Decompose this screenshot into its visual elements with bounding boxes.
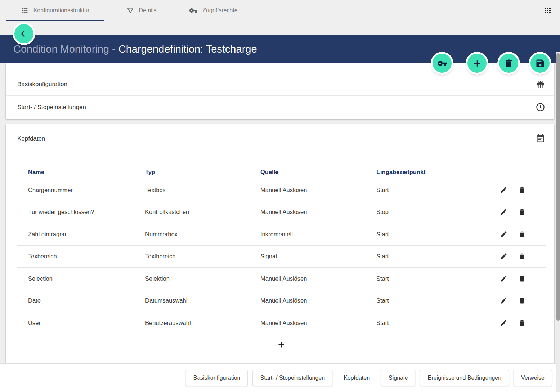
bottom-navigation-bar: Basiskonfiguration Start- / Stopeinstell… [0, 363, 560, 392]
add-button[interactable] [467, 54, 487, 73]
tab-konfigurationsstruktur[interactable]: Konfigurationsstruktur [6, 0, 104, 21]
tab-label: Zugriffsrechte [202, 7, 238, 14]
column-header-name: Name [28, 169, 145, 175]
kopfdaten-table-body: Chargennummer Textbox Manuell Auslösen S… [17, 179, 546, 334]
cell-eingabezeitpunkt: Start [376, 187, 478, 193]
cell-quelle: Manuell Auslösen [260, 275, 376, 282]
active-tab-underline [6, 20, 104, 21]
grid-icon [21, 6, 29, 14]
add-row-button[interactable] [17, 334, 546, 356]
kopfdaten-card: Kopfdaten Name Typ Quelle Eingabezeitpun… [6, 124, 554, 363]
cell-name: Chargennummer [28, 187, 145, 193]
cell-typ: Datumsauswahl [145, 297, 260, 304]
edit-row-button[interactable] [500, 253, 507, 260]
cell-name: Tür wieder geschlossen? [28, 209, 145, 215]
section-label: Start- / Stopeinstellungen [17, 104, 536, 111]
page-title-main: Chargendefinition: Testcharge [118, 43, 257, 55]
table-row[interactable]: Selection Selektion Manuell Auslösen Sta… [17, 268, 546, 290]
edit-row-button[interactable] [500, 319, 507, 327]
section-start-stopeinstellungen[interactable]: Start- / Stopeinstellungen [6, 95, 554, 119]
add-icon [277, 340, 286, 349]
save-button[interactable] [530, 54, 550, 73]
column-header-eingabezeitpunkt: Eingabezeitpunkt [376, 169, 478, 175]
table-row[interactable]: Zahl eintragen Nummerbox Inkrementell St… [17, 223, 546, 246]
bottom-button-verweise[interactable]: Verweise [514, 370, 552, 386]
cell-quelle: Manuell Auslösen [260, 209, 376, 215]
scrollbar-thumb[interactable] [556, 53, 560, 321]
edit-row-button[interactable] [500, 297, 507, 304]
tab-label: Details [139, 7, 157, 14]
cell-name: Date [28, 297, 145, 304]
permissions-button[interactable] [433, 54, 452, 73]
bottom-button-basiskonfiguration[interactable]: Basiskonfiguration [186, 370, 248, 386]
apps-grid-icon[interactable] [543, 6, 552, 15]
table-row[interactable]: User Benutzerauswahl Manuell Auslösen St… [17, 312, 546, 334]
top-tab-bar: Konfigurationsstruktur Details Zugriffsr… [0, 0, 560, 21]
kopfdaten-table-header: Name Typ Quelle Eingabezeitpunkt [17, 165, 546, 179]
cell-typ: Kontrollkästchen [145, 209, 260, 215]
save-icon [535, 58, 545, 68]
bottom-item-kopfdaten-active[interactable]: Kopfdaten [337, 375, 376, 381]
tab-label: Konfigurationsstruktur [33, 7, 90, 14]
tune-sliders-icon [536, 80, 545, 89]
funnel-icon [126, 6, 134, 14]
cell-name: Texbereich [28, 253, 145, 260]
table-row[interactable]: Tür wieder geschlossen? Kontrollkästchen… [17, 201, 546, 224]
cell-typ: Selektion [145, 275, 260, 282]
cell-quelle: Manuell Auslösen [260, 320, 376, 326]
edit-row-button[interactable] [500, 275, 507, 282]
row-actions [478, 275, 546, 282]
tab-details[interactable]: Details [119, 0, 164, 21]
delete-row-button[interactable] [518, 231, 526, 238]
delete-row-button[interactable] [518, 253, 526, 260]
back-button[interactable] [14, 24, 33, 43]
cell-name: User [28, 320, 145, 326]
delete-row-button[interactable] [518, 186, 526, 194]
table-row[interactable]: Chargennummer Textbox Manuell Auslösen S… [17, 179, 546, 201]
row-actions [478, 297, 546, 304]
row-actions [478, 253, 546, 260]
row-actions [478, 319, 546, 327]
cell-name: Zahl eintragen [28, 231, 145, 238]
cell-quelle: Inkrementell [260, 231, 376, 238]
section-label: Basiskonfiguration [17, 81, 536, 88]
column-header-quelle: Quelle [260, 169, 376, 175]
page-title: Condition Monitoring - Chargendefinition… [13, 43, 257, 55]
vertical-scrollbar[interactable] [556, 52, 560, 392]
key-icon [189, 6, 198, 15]
row-actions [478, 208, 546, 216]
add-icon [472, 58, 483, 69]
cell-typ: Nummerbox [145, 231, 260, 238]
edit-row-button[interactable] [500, 231, 507, 238]
row-actions [478, 186, 546, 194]
edit-row-button[interactable] [500, 208, 507, 216]
cell-eingabezeitpunkt: Start [376, 231, 478, 238]
cell-eingabezeitpunkt: Start [376, 297, 478, 304]
delete-row-button[interactable] [518, 275, 526, 282]
cell-typ: Textbox [145, 187, 260, 193]
delete-row-button[interactable] [518, 319, 526, 327]
edit-row-button[interactable] [500, 186, 507, 194]
arrow-left-icon [19, 29, 29, 39]
kopfdaten-table: Name Typ Quelle Eingabezeitpunkt Chargen… [17, 165, 546, 356]
key-icon [437, 58, 447, 68]
cell-eingabezeitpunkt: Start [376, 320, 478, 326]
clock-icon [536, 102, 545, 112]
kopfdaten-title: Kopfdaten [17, 135, 45, 142]
bottom-button-signale[interactable]: Signale [381, 370, 415, 386]
calendar-note-icon[interactable] [536, 134, 545, 143]
tab-zugriffsrechte[interactable]: Zugriffsrechte [182, 0, 245, 21]
delete-button[interactable] [499, 54, 518, 73]
cell-eingabezeitpunkt: Start [376, 253, 478, 260]
table-row[interactable]: Texbereich Textbereich Signal Start [17, 246, 546, 268]
cell-eingabezeitpunkt: Stop [376, 209, 478, 215]
trash-icon [504, 58, 514, 68]
delete-row-button[interactable] [518, 297, 526, 304]
delete-row-button[interactable] [518, 208, 526, 216]
cell-eingabezeitpunkt: Start [376, 275, 478, 282]
section-basiskonfiguration[interactable]: Basiskonfiguration [6, 73, 554, 95]
bottom-button-start-stopeinstellungen[interactable]: Start- / Stopeinstellungen [252, 370, 332, 386]
table-row[interactable]: Date Datumsauswahl Manuell Auslösen Star… [17, 290, 546, 312]
column-header-typ: Typ [145, 169, 260, 175]
bottom-button-ereignisse-und-bedingungen[interactable]: Ereignisse und Bedingungen [420, 370, 509, 386]
